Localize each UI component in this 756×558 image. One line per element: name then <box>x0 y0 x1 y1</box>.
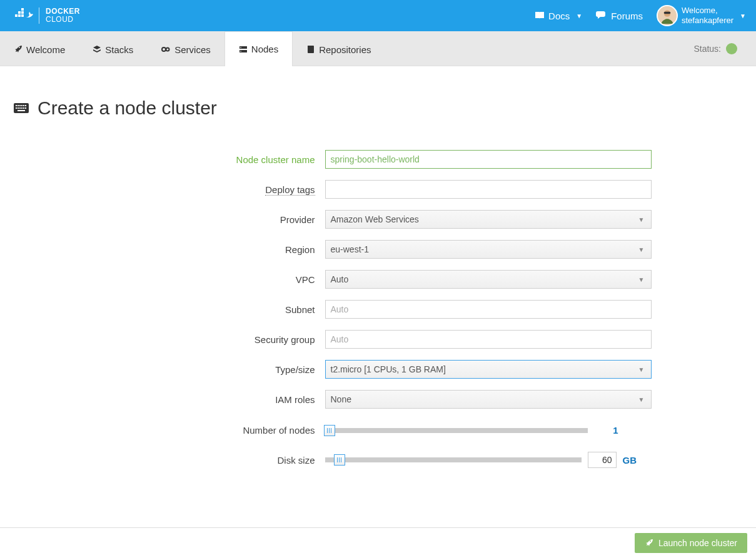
layers-icon <box>93 45 101 54</box>
user-menu[interactable]: Welcome, stefankapferer ▼ <box>657 5 746 26</box>
svg-rect-23 <box>18 107 19 109</box>
vpc-select[interactable]: Auto ▼ <box>325 270 652 289</box>
chevron-down-icon: ▼ <box>638 246 645 253</box>
svg-point-13 <box>240 47 241 48</box>
nodes-value: 1 <box>607 425 625 436</box>
name-input[interactable]: spring-boot-hello-world <box>325 150 652 169</box>
chevron-down-icon: ▼ <box>638 366 645 373</box>
chat-icon <box>596 11 607 20</box>
book-icon <box>535 11 545 20</box>
status-dot-icon <box>726 43 737 54</box>
svg-rect-24 <box>19 107 21 109</box>
type-label: Type/size <box>88 364 325 375</box>
chevron-down-icon: ▼ <box>638 276 645 283</box>
chevron-down-icon: ▼ <box>638 396 645 403</box>
tags-label: Deploy tags <box>88 184 325 195</box>
status-indicator: Status: <box>693 31 748 66</box>
secgroup-label: Security group <box>88 334 325 345</box>
vpc-value: Auto <box>331 274 349 284</box>
disk-input[interactable] <box>588 452 617 468</box>
caret-down-icon: ▼ <box>740 12 746 19</box>
region-select[interactable]: eu-west-1 ▼ <box>325 240 652 259</box>
tab-welcome[interactable]: Welcome <box>0 31 79 66</box>
provider-select[interactable]: Amazon Web Services ▼ <box>325 210 652 229</box>
svg-rect-21 <box>25 105 26 106</box>
tab-services[interactable]: Services <box>147 31 224 66</box>
forums-label: Forums <box>611 11 643 21</box>
tab-nodes[interactable]: Nodes <box>224 31 293 66</box>
disk-label: Disk size <box>88 455 325 466</box>
server-icon <box>239 45 248 54</box>
disk-slider[interactable] <box>325 457 582 462</box>
tab-repositories[interactable]: Repositories <box>293 31 385 66</box>
brand-logo[interactable]: DOCKER CLOUD <box>14 7 80 23</box>
forums-link[interactable]: Forums <box>596 11 643 21</box>
iam-select[interactable]: None ▼ <box>325 390 652 409</box>
svg-rect-17 <box>18 105 19 106</box>
status-label: Status: <box>693 44 721 54</box>
docs-label: Docs <box>548 11 570 21</box>
welcome-block: Welcome, stefankapferer <box>682 6 733 25</box>
svg-rect-25 <box>21 107 23 109</box>
tab-bar: Welcome Stacks Services Nodes Repositori… <box>0 31 756 66</box>
brand-line2: CLOUD <box>46 16 80 24</box>
svg-rect-18 <box>19 105 21 106</box>
svg-rect-19 <box>21 105 23 106</box>
svg-rect-5 <box>21 8 24 11</box>
subnet-label: Subnet <box>88 304 325 315</box>
svg-rect-8 <box>664 12 671 14</box>
svg-rect-22 <box>16 107 17 109</box>
docs-link[interactable]: Docs ▼ <box>535 11 582 21</box>
book-icon <box>306 45 315 54</box>
svg-point-10 <box>166 48 169 51</box>
username: stefankapferer <box>682 16 733 26</box>
svg-point-9 <box>162 47 166 51</box>
svg-rect-3 <box>18 11 21 14</box>
tags-input[interactable] <box>325 180 652 199</box>
provider-value: Amazon Web Services <box>331 214 419 224</box>
disk-unit: GB <box>623 455 637 466</box>
welcome-label: Welcome, <box>682 6 733 16</box>
slider-handle[interactable] <box>334 454 345 466</box>
secgroup-input[interactable]: Auto <box>325 330 652 349</box>
keyboard-icon <box>14 102 29 114</box>
svg-rect-4 <box>21 11 24 14</box>
tab-label: Nodes <box>251 44 278 54</box>
page-content: Create a node cluster Node cluster name … <box>0 66 756 468</box>
page-title: Create a node cluster <box>38 97 217 119</box>
type-value: t2.micro [1 CPUs, 1 GB RAM] <box>331 364 446 374</box>
svg-rect-27 <box>25 107 26 109</box>
node-cluster-form: Node cluster name spring-boot-hello-worl… <box>88 150 669 468</box>
svg-point-14 <box>240 51 241 52</box>
avatar <box>657 5 678 26</box>
region-label: Region <box>88 244 325 255</box>
iam-label: IAM roles <box>88 394 325 405</box>
svg-rect-2 <box>21 14 24 17</box>
docker-whale-icon <box>14 8 34 23</box>
tab-stacks[interactable]: Stacks <box>79 31 147 66</box>
top-bar-links: Docs ▼ Forums Welcome, stefankapferer <box>535 5 746 26</box>
rocket-icon <box>14 45 23 54</box>
subnet-input[interactable]: Auto <box>325 300 652 319</box>
type-select[interactable]: t2.micro [1 CPUs, 1 GB RAM] ▼ <box>325 360 652 379</box>
tab-label: Repositories <box>319 44 371 55</box>
vpc-label: VPC <box>88 274 325 285</box>
chevron-down-icon: ▼ <box>638 216 645 223</box>
gears-icon <box>161 45 171 54</box>
top-bar: DOCKER CLOUD Docs ▼ Forums <box>0 0 756 31</box>
iam-value: None <box>331 394 351 404</box>
svg-rect-26 <box>23 107 24 109</box>
name-label: Node cluster name <box>88 154 325 165</box>
svg-rect-28 <box>18 110 25 111</box>
provider-label: Provider <box>88 214 325 225</box>
caret-down-icon: ▼ <box>576 12 582 19</box>
region-value: eu-west-1 <box>331 244 369 254</box>
tab-label: Stacks <box>105 44 133 55</box>
nodes-slider[interactable] <box>325 428 588 433</box>
tab-label: Welcome <box>26 44 65 55</box>
tab-label: Services <box>174 44 211 55</box>
svg-rect-0 <box>15 14 18 17</box>
svg-rect-20 <box>23 105 24 106</box>
slider-handle[interactable] <box>324 425 335 436</box>
svg-rect-1 <box>18 14 21 17</box>
